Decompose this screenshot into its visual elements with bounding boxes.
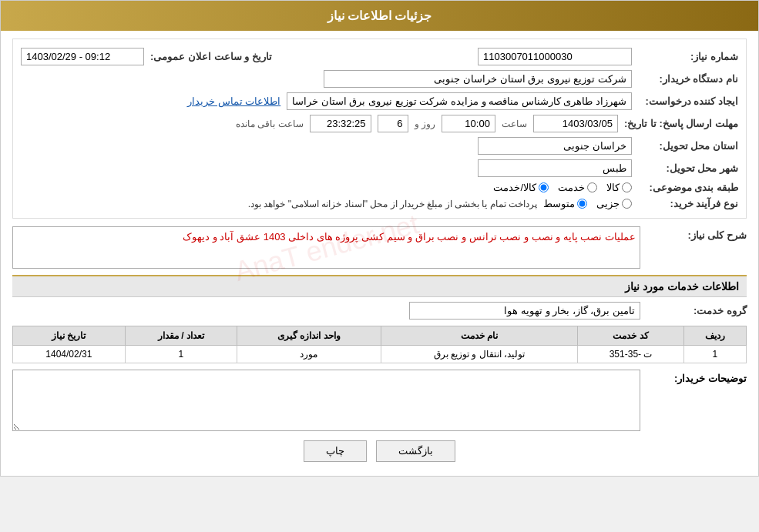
purchase-type-radio-group: جزیی متوسط xyxy=(543,198,632,209)
deadline-day-label: روز و xyxy=(415,119,435,129)
back-button[interactable]: بازگشت xyxy=(376,440,455,462)
table-header-row: ردیف کد خدمت نام خدمت واحد اندازه گیری ت… xyxy=(13,326,747,346)
deadline-date: 1403/03/05 xyxy=(533,115,618,132)
city-row: شهر محل تحویل: طبس xyxy=(21,159,738,177)
purchase-radio-jozi[interactable] xyxy=(622,199,632,209)
buyer-org-row: نام دستگاه خریدار: شرکت توزیع نیروی برق … xyxy=(21,70,738,88)
category-label-kala: کالا xyxy=(606,182,620,193)
col-header-code: کد خدمت xyxy=(578,326,683,346)
purchase-label-jozi: جزیی xyxy=(596,198,620,209)
col-header-unit: واحد اندازه گیری xyxy=(237,326,381,346)
category-option-kala: کالا xyxy=(606,182,632,193)
description-wrapper: AnaT ender.net عملیات نصب پایه و نصب و ن… xyxy=(12,226,640,269)
page-wrapper: جزئیات اطلاعات نیاز شماره نیاز: 11030070… xyxy=(0,0,759,477)
need-number-row: شماره نیاز: 1103007011000030 تاریخ و ساع… xyxy=(21,48,738,65)
basic-info-section: شماره نیاز: 1103007011000030 تاریخ و ساع… xyxy=(12,38,747,219)
services-table: ردیف کد خدمت نام خدمت واحد اندازه گیری ت… xyxy=(12,326,747,363)
deadline-days: 6 xyxy=(378,115,408,132)
category-radio-group: کالا خدمت کالا/خدمت xyxy=(493,182,632,193)
buyer-org-label: نام دستگاه خریدار: xyxy=(638,73,738,85)
cell-date: 1404/02/31 xyxy=(13,346,126,363)
col-header-date: تاریخ نیاز xyxy=(13,326,126,346)
deadline-row: مهلت ارسال پاسخ: تا تاریخ: 1403/03/05 سا… xyxy=(21,115,738,132)
deadline-time: 10:00 xyxy=(442,115,495,132)
need-number-value: 1103007011000030 xyxy=(478,48,632,65)
service-group-row: گروه خدمت: تامین برق، گاز، بخار و تهویه … xyxy=(12,302,747,320)
purchase-option-motavasset: متوسط xyxy=(543,198,587,209)
col-header-name: نام خدمت xyxy=(381,326,578,346)
deadline-remaining-label: ساعت باقی مانده xyxy=(236,119,304,129)
need-number-label: شماره نیاز: xyxy=(638,51,738,62)
purchase-description: پرداخت تمام یا بخشی از مبلغ خریدار از مح… xyxy=(248,199,537,209)
description-value: عملیات نصب پایه و نصب و نصب ترانس و نصب … xyxy=(12,226,640,269)
buyer-desc-label: توضیحات خریدار: xyxy=(646,370,747,384)
deadline-remaining: 23:32:25 xyxy=(310,115,371,132)
creator-row: ایجاد کننده درخواست: شهرزاد طاهری کارشنا… xyxy=(21,92,738,110)
city-value: طبس xyxy=(478,159,632,177)
deadline-time-label: ساعت xyxy=(502,119,527,129)
category-radio-kala-khedmat[interactable] xyxy=(539,182,549,192)
table-row: 1 ت -35-351 تولید، انتقال و توزیع برق مو… xyxy=(13,346,747,363)
col-header-rownum: ردیف xyxy=(683,326,746,346)
page-header: جزئیات اطلاعات نیاز xyxy=(1,1,758,31)
services-section-title: اطلاعات خدمات مورد نیاز xyxy=(12,275,747,297)
service-group-value: تامین برق، گاز، بخار و تهویه هوا xyxy=(409,302,640,320)
province-label: استان محل تحویل: xyxy=(638,140,738,152)
cell-name: تولید، انتقال و توزیع برق xyxy=(381,346,578,363)
buttons-row: بازگشت چاپ xyxy=(12,440,747,462)
main-content: شماره نیاز: 1103007011000030 تاریخ و ساع… xyxy=(1,31,758,476)
page-title: جزئیات اطلاعات نیاز xyxy=(327,9,432,22)
cell-rownum: 1 xyxy=(683,346,746,363)
creator-contact-link[interactable]: اطلاعات تماس خریدار xyxy=(187,95,280,107)
category-row: طبقه بندی موضوعی: کالا خدمت کالا/خدمت xyxy=(21,182,738,193)
category-label-kala-khedmat: کالا/خدمت xyxy=(493,182,536,193)
creator-value: شهرزاد طاهری کارشناس مناقصه و مزایده شرک… xyxy=(287,92,632,110)
purchase-label-motavasset: متوسط xyxy=(543,198,575,209)
creator-label: ایجاد کننده درخواست: xyxy=(638,95,738,107)
cell-unit: مورد xyxy=(237,346,381,363)
buyer-desc-textarea[interactable] xyxy=(12,370,640,431)
announce-date-value: 1403/02/29 - 09:12 xyxy=(21,48,144,65)
category-option-kala-khedmat: کالا/خدمت xyxy=(493,182,549,193)
city-label: شهر محل تحویل: xyxy=(638,162,738,174)
province-row: استان محل تحویل: خراسان جنوبی xyxy=(21,137,738,155)
col-header-qty: تعداد / مقدار xyxy=(125,326,237,346)
purchase-radio-motavasset[interactable] xyxy=(577,199,587,209)
deadline-label: مهلت ارسال پاسخ: تا تاریخ: xyxy=(624,118,738,129)
cell-qty: 1 xyxy=(125,346,237,363)
category-radio-khedmat[interactable] xyxy=(587,182,597,192)
print-button[interactable]: چاپ xyxy=(304,440,367,462)
category-label: طبقه بندی موضوعی: xyxy=(638,182,738,193)
category-radio-kala[interactable] xyxy=(622,182,632,192)
purchase-type-row: نوع فرآیند خرید: جزیی متوسط پرداخت تمام … xyxy=(21,198,738,209)
category-label-khedmat: خدمت xyxy=(558,182,585,193)
cell-code: ت -35-351 xyxy=(578,346,683,363)
category-option-khedmat: خدمت xyxy=(558,182,597,193)
purchase-type-label: نوع فرآیند خرید: xyxy=(638,198,738,209)
announce-date-label: تاریخ و ساعت اعلان عمومی: xyxy=(150,51,272,62)
service-group-label: گروه خدمت: xyxy=(646,305,747,316)
purchase-option-jozi: جزیی xyxy=(596,198,632,209)
buyer-desc-row: توضیحات خریدار: xyxy=(12,370,747,431)
description-label: شرح کلی نیاز: xyxy=(646,226,747,241)
province-value: خراسان جنوبی xyxy=(478,137,632,155)
description-section: شرح کلی نیاز: AnaT ender.net عملیات نصب … xyxy=(12,226,747,269)
buyer-org-value: شرکت توزیع نیروی برق استان خراسان جنوبی xyxy=(324,70,632,88)
